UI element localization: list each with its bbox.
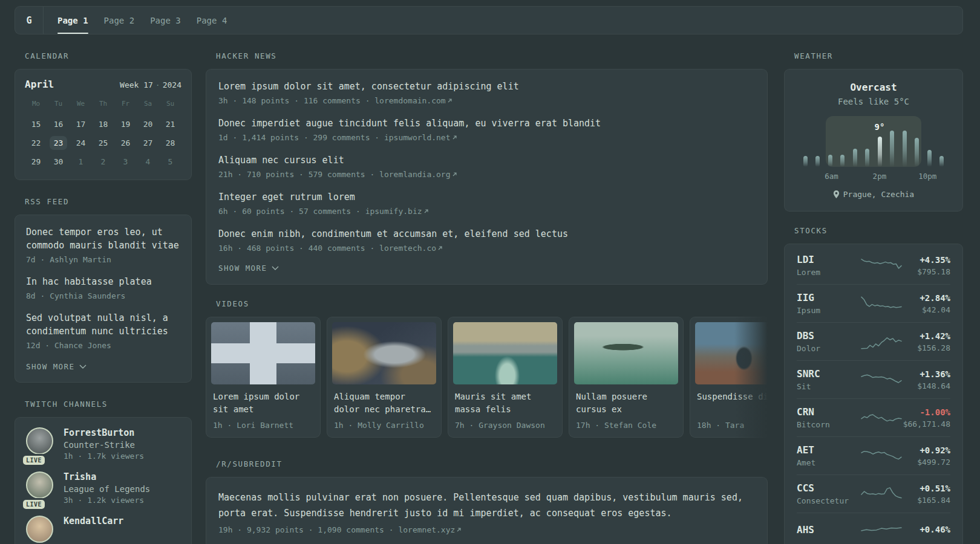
reddit-post-title[interactable]: Maecenas mollis pulvinar erat non posuer… <box>218 490 755 521</box>
twitch-channel-game: League of Legends <box>64 484 150 494</box>
hn-item-title[interactable]: Integer eget rutrum lorem <box>218 191 755 204</box>
twitch-channel-row[interactable]: KendallCarr <box>26 516 180 543</box>
stock-id: LDI Lorem <box>797 254 860 277</box>
weather-location: Prague, Czechia <box>798 190 949 199</box>
weather-chart: 9° <box>802 120 946 167</box>
tab-page-1[interactable]: Page 1 <box>50 7 96 34</box>
avatar <box>26 427 53 455</box>
app-logo[interactable]: G <box>15 7 44 34</box>
avatar-wrap: LIVE <box>26 471 55 505</box>
rss-widget: RSS FEED Donec tempor eros leo, ut commo… <box>15 197 192 383</box>
stock-row[interactable]: CCS Consectetur +0.51% $165.84 <box>797 474 950 513</box>
external-link-icon <box>437 245 443 251</box>
stock-symbol: IIG <box>797 292 860 303</box>
stock-id: CCS Consectetur <box>797 482 860 505</box>
calendar-day: 28 <box>159 134 181 152</box>
calendar-day-next-month: 5 <box>159 152 181 171</box>
external-link-icon <box>452 172 457 177</box>
calendar-day: 24 <box>70 134 92 152</box>
weather-hour-label: 6am <box>825 172 838 181</box>
stock-row[interactable]: IIG Ipsum +2.84% $42.04 <box>797 284 950 322</box>
hn-item-domain[interactable]: loremdomain.com <box>374 96 445 105</box>
video-thumbnail-sea <box>453 322 557 384</box>
external-link-icon <box>447 98 452 103</box>
location-pin-icon <box>833 190 840 198</box>
weather-bar <box>840 155 844 167</box>
twitch-channel-game: Counter-Strike <box>64 440 144 450</box>
stock-row[interactable]: SNRC Sit +1.36% $148.64 <box>797 360 950 398</box>
calendar-day: 30 <box>47 152 70 171</box>
video-card[interactable]: Lorem ipsum dolor sit amet consectetu… 1… <box>206 317 321 438</box>
calendar-day-selected: 23 <box>47 134 70 152</box>
calendar-day: 17 <box>70 115 92 134</box>
weather-bar <box>828 155 832 167</box>
rss-item-title[interactable]: Donec tempor eros leo, ut commodo mauris… <box>26 225 180 252</box>
video-card[interactable]: Nullam posuere cursus ex 17h · Stefan Co… <box>569 317 684 438</box>
video-meta: 7h · Grayson Dawson <box>455 421 555 430</box>
video-card[interactable]: Mauris sit amet massa felis 7h · Grayson… <box>448 317 563 438</box>
twitch-channel-info: Trisha League of Legends 3h · 1.2k viewe… <box>64 471 150 505</box>
stock-row[interactable]: CRN Bitcorn -1.00% $66,171.48 <box>797 398 950 436</box>
weather-bar <box>915 138 919 167</box>
hn-item-title[interactable]: Donec enim nibh, condimentum et accumsan… <box>218 228 755 241</box>
hn-item-title[interactable]: Lorem ipsum dolor sit amet, consectetur … <box>218 80 755 93</box>
calendar-day-next-month: 2 <box>92 152 114 171</box>
stock-name: Amet <box>797 458 860 467</box>
video-card[interactable]: Suspendisse diam 18h · Tara <box>690 317 768 438</box>
rss-show-more-button[interactable]: SHOW MORE <box>26 362 87 371</box>
video-card[interactable]: Aliquam tempor dolor nec pharetra… 1h · … <box>327 317 442 438</box>
stock-row[interactable]: DBS Dolor +1.42% $156.28 <box>797 322 950 360</box>
videos-section-header: VIDEOS <box>216 299 768 308</box>
calendar-week-info: Week 17·2024 <box>120 80 181 89</box>
stock-price: $148.64 <box>903 381 950 390</box>
tab-page-3[interactable]: Page 3 <box>142 7 189 34</box>
stock-change: +0.51% <box>903 484 950 493</box>
weather-card: Overcast Feels like 5°C 9° 6am2pm10pm Pr… <box>784 69 963 212</box>
weather-hour-label: 2pm <box>873 172 887 181</box>
video-meta: 1h · Molly Carrillo <box>334 421 434 430</box>
stock-values: +0.46% <box>903 525 950 537</box>
hn-item-meta: 1d · 1,414 points · 299 comments · ipsum… <box>218 132 755 143</box>
twitch-channel-meta: 1h · 1.7k viewers <box>64 452 144 461</box>
rss-item-title[interactable]: In hac habitasse platea <box>26 275 180 288</box>
middle-column: HACKER NEWS Lorem ipsum dolor sit amet, … <box>206 34 768 544</box>
hn-item-domain[interactable]: loremtech.co <box>379 244 436 253</box>
weather-bar <box>865 149 869 167</box>
tab-page-4[interactable]: Page 4 <box>189 7 235 34</box>
hn-item-domain[interactable]: loremlandia.org <box>379 170 450 179</box>
twitch-channel-row[interactable]: LIVE ForrestBurton Counter-Strike 1h · 1… <box>26 427 180 461</box>
stock-change: +1.42% <box>903 331 950 341</box>
video-title: Lorem ipsum dolor sit amet consectetu… <box>213 390 313 416</box>
rss-section-header: RSS FEED <box>25 197 192 206</box>
stock-sparkline <box>860 484 903 504</box>
videos-carousel: Lorem ipsum dolor sit amet consectetu… 1… <box>206 317 768 438</box>
video-thumbnail-camera <box>332 322 436 384</box>
stock-change: +0.46% <box>903 525 950 534</box>
calendar-year: 2024 <box>163 80 181 89</box>
hn-item: Donec imperdiet augue tincidunt felis al… <box>218 117 755 143</box>
stock-row[interactable]: AHS +0.46% <box>797 513 950 544</box>
twitch-channel-row[interactable]: LIVE Trisha League of Legends 3h · 1.2k … <box>26 471 180 505</box>
weather-feels-like: Feels like 5°C <box>798 97 949 106</box>
hacker-news-card: Lorem ipsum dolor sit amet, consectetur … <box>206 69 768 285</box>
weekday-label: Tu <box>47 100 70 115</box>
hn-item: Lorem ipsum dolor sit amet, consectetur … <box>218 80 755 106</box>
hn-show-more-button[interactable]: SHOW MORE <box>218 264 279 273</box>
rss-item-meta: 7d · Ashlyn Martin <box>26 254 180 265</box>
hn-item-domain[interactable]: ipsumworld.net <box>384 133 451 142</box>
rss-item-title[interactable]: Sed volutpat nulla nisl, a condimentum n… <box>26 311 180 338</box>
stock-change: +1.36% <box>903 369 950 379</box>
stock-row[interactable]: AET Amet +0.92% $499.72 <box>797 436 950 474</box>
stock-sparkline <box>860 293 903 314</box>
weekday-label: Mo <box>25 100 47 115</box>
calendar-week-number: Week 17 <box>120 80 153 89</box>
hn-item-domain[interactable]: ipsumify.biz <box>365 207 422 216</box>
stock-price: $156.28 <box>903 343 950 352</box>
video-thumbnail-figure <box>695 322 768 384</box>
stock-row[interactable]: LDI Lorem +4.35% $795.18 <box>797 247 950 284</box>
tab-page-2[interactable]: Page 2 <box>96 7 143 34</box>
hn-item-title[interactable]: Donec imperdiet augue tincidunt felis al… <box>218 117 755 130</box>
reddit-post-domain[interactable]: loremnet.xyz <box>398 525 455 534</box>
hn-item-title[interactable]: Aliquam nec cursus elit <box>218 154 755 167</box>
page-tabs: Page 1 Page 2 Page 3 Page 4 <box>44 7 241 34</box>
